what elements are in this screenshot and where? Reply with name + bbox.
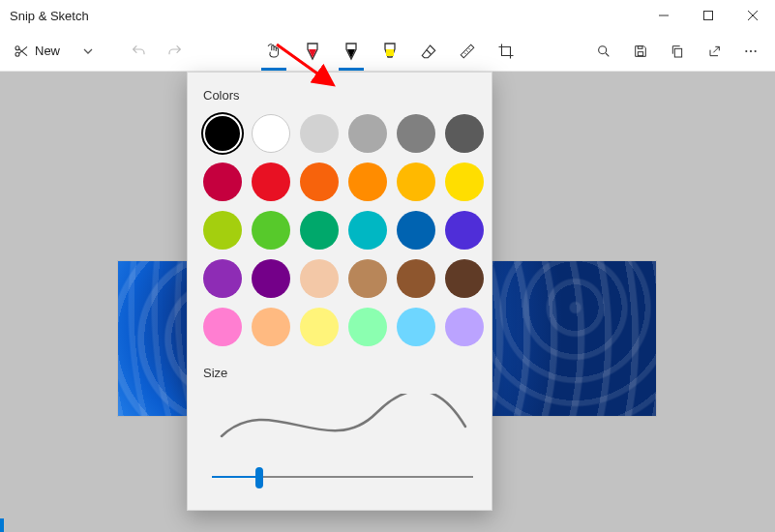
color-swatch[interactable] [252, 308, 290, 346]
color-swatch[interactable] [445, 308, 484, 346]
titlebar: Snip & Sketch [0, 0, 775, 31]
color-swatch[interactable] [300, 259, 339, 298]
window-maximize-button[interactable] [686, 0, 730, 31]
color-swatch[interactable] [348, 259, 387, 298]
color-swatch[interactable] [397, 259, 435, 298]
colors-heading: Colors [203, 88, 482, 103]
redo-icon [167, 44, 183, 59]
color-swatch[interactable] [397, 211, 435, 250]
ruler-tool[interactable] [451, 32, 484, 71]
ballpoint-pen-tool[interactable] [296, 32, 329, 71]
pen-red-icon [305, 42, 320, 61]
color-swatch[interactable] [348, 308, 387, 346]
zoom-button[interactable] [587, 35, 620, 68]
new-snip-button[interactable]: New [8, 35, 68, 68]
color-swatch[interactable] [300, 211, 339, 250]
svg-rect-7 [674, 48, 681, 57]
copy-button[interactable] [661, 35, 694, 68]
brush-preview-stroke-icon [212, 394, 473, 448]
color-swatch[interactable] [203, 114, 242, 153]
new-dropdown-button[interactable] [72, 35, 104, 68]
svg-point-4 [599, 45, 607, 53]
toolbar: New [0, 31, 775, 72]
color-swatch[interactable] [397, 308, 435, 346]
size-slider[interactable] [212, 467, 473, 487]
size-preview [203, 392, 482, 450]
chevron-down-icon [82, 45, 94, 57]
highlighter-yellow-icon [382, 42, 398, 61]
color-swatch[interactable] [300, 114, 339, 153]
save-button[interactable] [624, 35, 657, 68]
save-icon [633, 44, 648, 59]
eraser-tool[interactable] [412, 32, 445, 71]
svg-rect-5 [638, 51, 642, 55]
color-swatch[interactable] [252, 163, 290, 201]
pencil-tool[interactable] [335, 32, 368, 71]
color-swatch-grid [203, 114, 482, 346]
color-swatch[interactable] [252, 259, 290, 298]
scissors-icon [14, 44, 29, 59]
size-heading: Size [203, 366, 482, 380]
highlighter-tool[interactable] [373, 32, 406, 71]
window-close-button[interactable] [730, 0, 775, 31]
color-swatch[interactable] [252, 211, 290, 250]
eraser-icon [420, 43, 437, 60]
color-swatch[interactable] [445, 259, 484, 298]
window-controls [641, 0, 775, 31]
color-swatch[interactable] [203, 163, 242, 201]
svg-point-8 [745, 49, 747, 51]
color-swatch[interactable] [300, 308, 339, 346]
window-minimize-button[interactable] [641, 0, 686, 31]
color-swatch[interactable] [203, 308, 242, 346]
svg-rect-3 [386, 49, 394, 56]
color-swatch[interactable] [348, 114, 387, 153]
crop-tool[interactable] [490, 32, 522, 71]
svg-point-9 [750, 49, 752, 51]
share-icon [706, 44, 722, 59]
color-swatch[interactable] [348, 163, 387, 201]
color-swatch[interactable] [445, 163, 484, 201]
window-title: Snip & Sketch [10, 9, 89, 23]
zoom-icon [596, 44, 611, 59]
color-swatch[interactable] [397, 114, 435, 153]
selection-edge [0, 518, 4, 532]
svg-rect-6 [638, 45, 642, 48]
color-swatch[interactable] [203, 211, 242, 250]
undo-button[interactable] [122, 35, 155, 68]
touch-writing-tool[interactable] [257, 32, 290, 71]
color-swatch[interactable] [203, 259, 242, 298]
copy-icon [670, 44, 685, 59]
color-swatch[interactable] [252, 114, 290, 153]
svg-point-10 [755, 49, 757, 51]
crop-icon [497, 43, 515, 60]
svg-rect-0 [704, 12, 713, 20]
hand-touch-icon [265, 43, 283, 60]
more-button[interactable] [734, 35, 767, 68]
color-swatch[interactable] [445, 114, 484, 153]
pencil-black-icon [343, 42, 359, 61]
color-swatch[interactable] [348, 211, 387, 250]
redo-button[interactable] [159, 35, 192, 68]
canvas-area: Colors Size [0, 72, 775, 532]
color-swatch[interactable] [300, 163, 339, 201]
color-swatch[interactable] [397, 163, 435, 201]
color-swatch[interactable] [445, 211, 484, 250]
ruler-icon [459, 43, 476, 60]
more-icon [743, 44, 759, 59]
new-label: New [35, 44, 60, 58]
undo-icon [131, 44, 146, 59]
pen-options-popover: Colors Size [187, 72, 492, 511]
share-button[interactable] [698, 35, 730, 68]
